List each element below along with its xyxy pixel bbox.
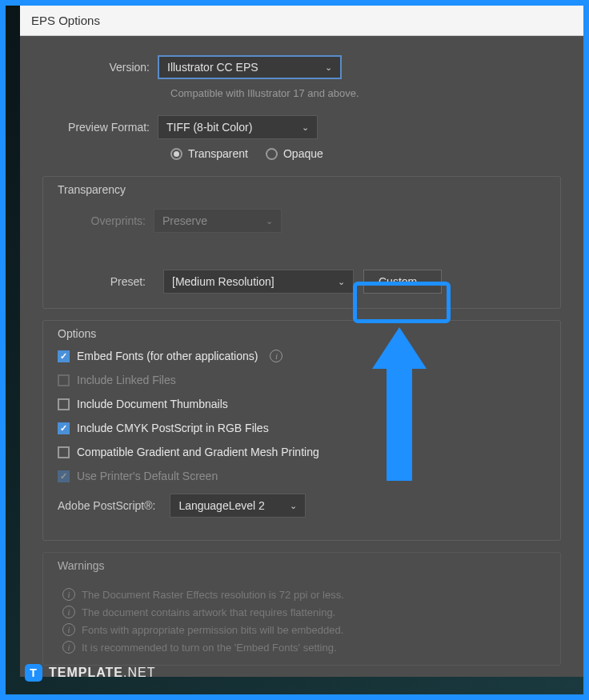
checkbox-embed-fonts[interactable]: Embed Fonts (for other applications) i xyxy=(58,350,546,362)
transparency-title: Transparency xyxy=(58,183,546,196)
version-label: Version: xyxy=(42,61,158,74)
warning-item: i The document contains artwork that req… xyxy=(58,606,546,618)
include-linked-label: Include Linked Files xyxy=(77,374,176,386)
radio-icon xyxy=(266,148,278,160)
custom-button-label: Custom... xyxy=(379,275,427,288)
postscript-select[interactable]: LanguageLevel 2 ⌄ xyxy=(170,494,306,518)
overprints-select: Preserve ⌄ xyxy=(154,209,282,233)
warnings-title: Warnings xyxy=(58,559,546,572)
chevron-down-icon: ⌄ xyxy=(302,122,309,133)
info-icon: i xyxy=(62,606,75,618)
preset-select[interactable]: [Medium Resolution] ⌄ xyxy=(163,270,354,294)
dialog-title: EPS Options xyxy=(20,6,583,36)
radio-icon xyxy=(170,148,182,160)
info-icon: i xyxy=(62,588,75,601)
include-thumbs-label: Include Document Thumbnails xyxy=(77,398,228,410)
compatible-gradient-label: Compatible Gradient and Gradient Mesh Pr… xyxy=(77,446,319,458)
info-icon: i xyxy=(62,641,75,654)
eps-options-dialog: EPS Options Version: Illustrator CC EPS … xyxy=(20,6,583,677)
preview-format-label: Preview Format: xyxy=(42,121,158,134)
checkbox-icon xyxy=(58,422,70,434)
checkbox-include-cmyk[interactable]: Include CMYK PostScript in RGB Files xyxy=(58,422,546,434)
warning-text: The document contains artwork that requi… xyxy=(82,606,335,618)
checkbox-icon xyxy=(58,398,70,410)
options-title: Options xyxy=(58,327,546,340)
checkbox-include-thumbs[interactable]: Include Document Thumbnails xyxy=(58,398,546,410)
info-icon[interactable]: i xyxy=(270,350,282,362)
version-helper: Compatible with Illustrator 17 and above… xyxy=(170,87,561,99)
warning-text: The Document Raster Effects resolution i… xyxy=(82,589,344,601)
preview-format-value: TIFF (8-bit Color) xyxy=(166,121,252,134)
chevron-down-icon: ⌄ xyxy=(338,277,345,287)
radio-transparent[interactable]: Transparent xyxy=(170,147,248,160)
overprints-label: Overprints: xyxy=(58,214,154,227)
version-select[interactable]: Illustrator CC EPS ⌄ xyxy=(158,55,342,79)
radio-opaque[interactable]: Opaque xyxy=(266,147,323,160)
watermark: T TEMPLATE.NET xyxy=(25,664,155,682)
warning-text: It is recommended to turn on the 'Embed … xyxy=(82,642,337,654)
radio-opaque-label: Opaque xyxy=(283,147,323,160)
warning-item: i Fonts with appropriate permission bits… xyxy=(58,623,546,636)
warnings-section: Warnings i The Document Raster Effects r… xyxy=(42,552,561,666)
checkbox-icon xyxy=(58,374,70,386)
chevron-down-icon: ⌄ xyxy=(266,216,273,226)
postscript-value: LanguageLevel 2 xyxy=(178,499,264,512)
warning-item: i The Document Raster Effects resolution… xyxy=(58,588,546,601)
use-printer-label: Use Printer's Default Screen xyxy=(77,470,218,482)
info-icon: i xyxy=(62,623,75,636)
watermark-text1: TEMPLATE xyxy=(49,666,123,679)
overprints-value: Preserve xyxy=(162,214,207,227)
transparency-section: Transparency Overprints: Preserve ⌄ Pres… xyxy=(42,176,561,309)
custom-button[interactable]: Custom... xyxy=(363,270,442,294)
radio-transparent-label: Transparent xyxy=(188,147,248,160)
preset-label: Preset: xyxy=(58,275,154,288)
version-value: Illustrator CC EPS xyxy=(167,61,258,74)
checkbox-icon xyxy=(58,446,70,458)
warning-text: Fonts with appropriate permission bits w… xyxy=(82,624,343,636)
watermark-text2: .NET xyxy=(123,666,155,679)
preset-value: [Medium Resolution] xyxy=(172,275,274,288)
warning-item: i It is recommended to turn on the 'Embe… xyxy=(58,641,546,654)
checkbox-include-linked: Include Linked Files xyxy=(58,374,546,386)
postscript-label: Adobe PostScript®: xyxy=(58,499,163,512)
options-section: Options Embed Fonts (for other applicati… xyxy=(42,320,561,541)
checkbox-icon xyxy=(58,350,70,362)
checkbox-compatible-gradient[interactable]: Compatible Gradient and Gradient Mesh Pr… xyxy=(58,446,546,458)
checkbox-icon xyxy=(58,470,70,482)
chevron-down-icon: ⌄ xyxy=(325,62,332,73)
preview-format-select[interactable]: TIFF (8-bit Color) ⌄ xyxy=(158,115,318,139)
checkbox-use-printer: Use Printer's Default Screen xyxy=(58,470,546,482)
watermark-badge: T xyxy=(25,664,42,682)
embed-fonts-label: Embed Fonts (for other applications) xyxy=(77,350,258,362)
chevron-down-icon: ⌄ xyxy=(290,501,297,511)
include-cmyk-label: Include CMYK PostScript in RGB Files xyxy=(77,422,269,434)
